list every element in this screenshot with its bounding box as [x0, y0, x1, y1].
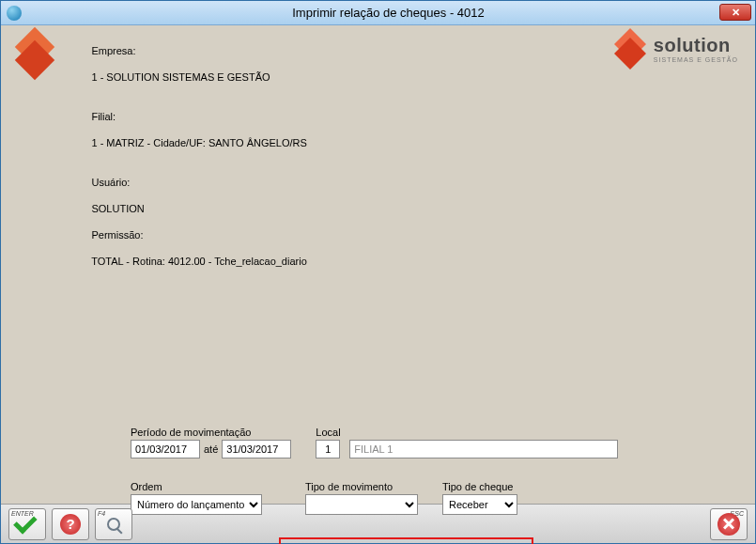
tipo-cheque-label: Tipo de cheque [442, 481, 517, 492]
brand-tagline: SISTEMAS E GESTÃO [654, 56, 738, 63]
search-button[interactable]: F4 [95, 508, 132, 540]
tipo-mov-label: Tipo de movimento [305, 481, 418, 492]
cancel-icon [717, 513, 740, 536]
empresa-value: 1 - SOLUTION SISTEMAS E GESTÃO [91, 71, 270, 83]
header-meta: Empresa: 1 - SOLUTION SISTEMAS E GESTÃO … [69, 31, 614, 281]
help-button[interactable]: ? [52, 508, 89, 540]
periodo-label: Período de movimentação [131, 427, 291, 438]
filial-label: Filial: [91, 111, 116, 122]
tipo-mov-select[interactable] [305, 494, 418, 515]
local-label: Local [316, 427, 618, 438]
ordem-select[interactable]: Número do lançamento [131, 494, 262, 515]
chk-situacao[interactable]: Totalizar por situação [131, 537, 247, 544]
form: Período de movimentação até Local [131, 427, 638, 544]
brand: solution SISTEMAS E GESTÃO [614, 33, 738, 65]
brand-name: solution [654, 35, 738, 56]
tipo-cheque-select[interactable]: Receber [442, 494, 517, 515]
tipo-mov-field: Tipo de movimento [305, 481, 418, 515]
window-title: Imprimir relação de cheques - 4012 [22, 6, 755, 20]
empresa-label: Empresa: [91, 45, 135, 56]
header: Empresa: 1 - SOLUTION SISTEMAS E GESTÃO … [1, 25, 755, 290]
close-button[interactable]: ✕ [719, 4, 751, 21]
app-window: Imprimir relação de cheques - 4012 ✕ Emp… [0, 0, 756, 544]
permissao-label: Permissão: [91, 229, 143, 241]
brand-logo-icon [614, 33, 646, 65]
filial-value: 1 - MATRIZ - Cidade/UF: SANTO ÂNGELO/RS [91, 137, 306, 148]
local-id-input[interactable] [316, 440, 340, 459]
permissao-value: TOTAL - Rotina: 4012.00 - Tche_relacao_d… [91, 256, 307, 267]
usuario-value: SOLUTION [91, 203, 144, 214]
tipo-cheque-field: Tipo de cheque Receber [442, 481, 517, 515]
ordem-field: Ordem Número do lançamento [131, 481, 262, 515]
local-name-input[interactable] [349, 440, 618, 459]
titlebar: Imprimir relação de cheques - 4012 ✕ [1, 1, 755, 25]
close-icon: ✕ [732, 7, 740, 19]
help-icon: ? [60, 514, 81, 535]
highlight-box: Totalizar somente saldo do período [279, 537, 533, 544]
periodo-ate-input[interactable] [222, 440, 291, 459]
search-tag: F4 [98, 510, 105, 517]
local-field: Local [316, 427, 618, 459]
cancel-button[interactable]: ESC [710, 508, 748, 540]
magnifier-icon [107, 518, 120, 531]
content-area: Período de movimentação até Local [1, 290, 755, 504]
usuario-label: Usuário: [91, 177, 130, 188]
periodo-de-input[interactable] [131, 440, 200, 459]
ordem-label: Ordem [131, 481, 262, 492]
periodo-field: Período de movimentação até [131, 427, 291, 459]
app-logo-icon [14, 33, 55, 74]
periodo-ate-label: até [204, 443, 218, 455]
app-icon [7, 6, 22, 21]
confirm-button[interactable]: ENTER [8, 508, 46, 540]
